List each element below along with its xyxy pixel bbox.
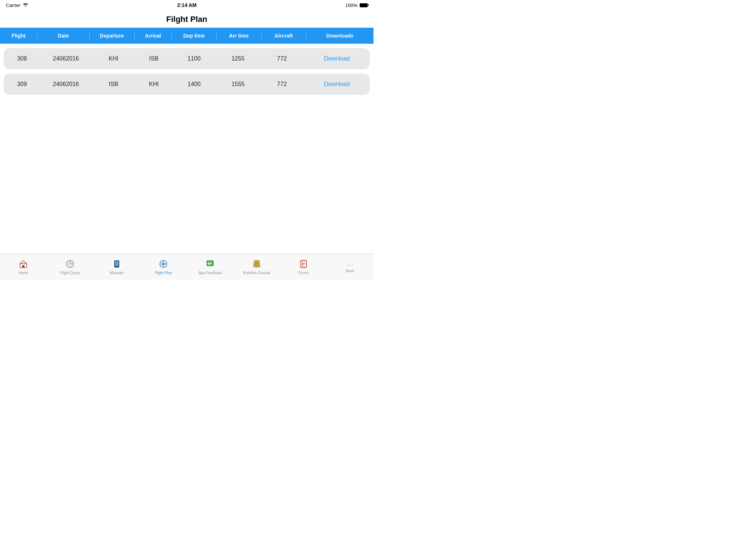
status-bar: Carrier 2:14 AM 100% bbox=[0, 0, 374, 10]
cell-arrtime-2: 1555 bbox=[216, 79, 260, 89]
col-header-flight: Flight bbox=[0, 31, 37, 40]
download-button-2[interactable]: Download bbox=[304, 79, 370, 89]
col-header-arrival: Arrival bbox=[135, 31, 172, 40]
cell-arrival-1: ISB bbox=[135, 54, 172, 63]
col-header-aircraft: Aircraft bbox=[262, 31, 306, 40]
tab-more[interactable]: ··· More bbox=[327, 254, 374, 280]
tab-more-label: More bbox=[346, 269, 355, 273]
cell-flight-2: 309 bbox=[4, 79, 40, 89]
tab-flight-plan[interactable]: Flight Plan bbox=[140, 254, 187, 280]
status-right: 100% bbox=[345, 3, 368, 8]
download-button-1[interactable]: Download bbox=[304, 54, 370, 63]
carrier-label: Carrier bbox=[6, 3, 20, 8]
flight-query-icon bbox=[66, 260, 74, 270]
home-icon bbox=[19, 260, 28, 270]
tab-home-label: Home bbox=[19, 271, 28, 275]
tab-bulletins-circular[interactable]: Bulletins Circular bbox=[233, 254, 280, 280]
tab-manuals-label: Manuals bbox=[110, 271, 124, 275]
tab-forms-label: Forms bbox=[298, 271, 309, 275]
cell-aircraft-1: 772 bbox=[260, 54, 304, 63]
flight-plan-icon bbox=[159, 260, 168, 270]
battery-fill bbox=[360, 4, 367, 7]
cell-flight-1: 308 bbox=[4, 54, 40, 63]
cell-date-1: 24062016 bbox=[40, 54, 92, 63]
manuals-icon bbox=[112, 260, 121, 270]
tab-flight-query-label: Flight Query bbox=[60, 271, 80, 275]
cell-departure-1: KHI bbox=[92, 54, 135, 63]
svg-rect-7 bbox=[115, 261, 119, 266]
cell-departure-2: ISB bbox=[92, 79, 135, 89]
tab-bulletins-label: Bulletins Circular bbox=[243, 271, 270, 275]
status-left: Carrier bbox=[6, 3, 28, 8]
cell-deptime-1: 1100 bbox=[172, 54, 216, 63]
tab-flight-query[interactable]: Flight Query bbox=[47, 254, 93, 280]
app-feedback-icon bbox=[206, 260, 214, 270]
page-title: Filght Plan bbox=[0, 10, 374, 28]
cell-arrival-2: KHI bbox=[135, 79, 172, 89]
tab-manuals[interactable]: Manuals bbox=[93, 254, 140, 280]
bulletins-icon bbox=[252, 260, 261, 270]
col-header-date: Date bbox=[37, 31, 89, 40]
cell-arrtime-1: 1255 bbox=[216, 54, 260, 63]
tab-app-feedback[interactable]: App Feedback bbox=[187, 254, 233, 280]
col-header-downloads: Downloads bbox=[306, 31, 374, 40]
tab-app-feedback-label: App Feedback bbox=[198, 271, 222, 275]
table-row: 309 24062016 ISB KHI 1400 1555 772 Downl… bbox=[4, 74, 370, 95]
forms-icon bbox=[299, 260, 308, 270]
svg-rect-1 bbox=[22, 265, 24, 268]
col-header-arrtime: Arr time bbox=[217, 31, 262, 40]
cell-date-2: 24062016 bbox=[40, 79, 92, 89]
tab-home[interactable]: Home bbox=[0, 254, 47, 280]
col-header-departure: Departure bbox=[90, 31, 135, 40]
svg-point-9 bbox=[163, 263, 165, 265]
tab-flight-plan-label: Flight Plan bbox=[155, 271, 172, 275]
battery-icon bbox=[360, 3, 368, 7]
table-body: 308 24062016 KHI ISB 1100 1255 772 Downl… bbox=[0, 44, 374, 99]
col-header-deptime: Dep time bbox=[172, 31, 217, 40]
wifi-icon bbox=[23, 3, 28, 8]
more-icon: ··· bbox=[346, 261, 354, 268]
tab-bar: Home Flight Query Manuals bbox=[0, 254, 374, 280]
table-header: Flight Date Departure Arrival Dep time A… bbox=[0, 28, 374, 44]
tab-forms[interactable]: Forms bbox=[280, 254, 327, 280]
battery-percent: 100% bbox=[345, 3, 357, 8]
cell-deptime-2: 1400 bbox=[172, 79, 216, 89]
status-time: 2:14 AM bbox=[177, 2, 197, 8]
cell-aircraft-2: 772 bbox=[260, 79, 304, 89]
table-row: 308 24062016 KHI ISB 1100 1255 772 Downl… bbox=[4, 48, 370, 69]
